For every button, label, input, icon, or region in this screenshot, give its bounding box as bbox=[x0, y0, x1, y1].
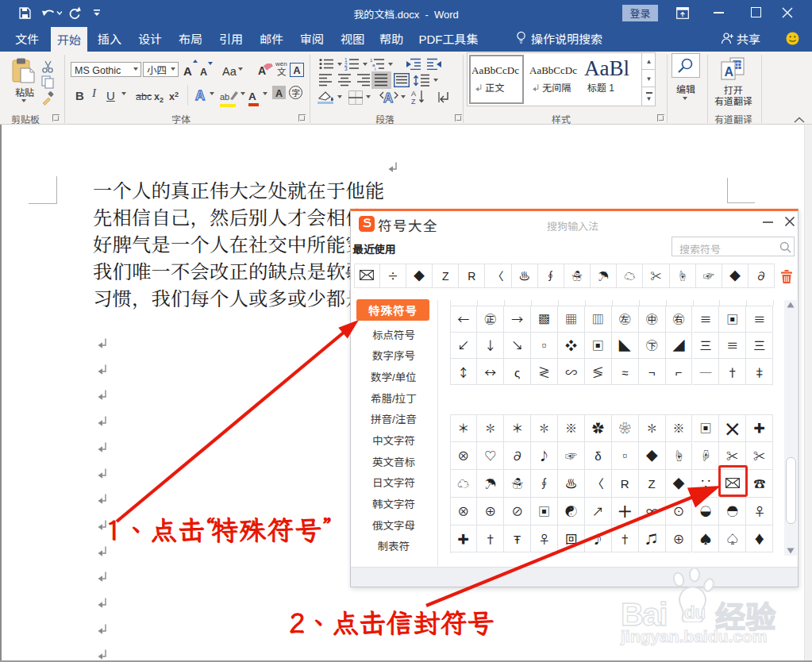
svg-text:Z: Z bbox=[411, 98, 416, 105]
svg-text:3: 3 bbox=[344, 66, 348, 71]
svg-text:A: A bbox=[383, 90, 393, 105]
svg-text:A: A bbox=[725, 65, 734, 79]
svg-text:A: A bbox=[411, 90, 416, 98]
svg-text:i: i bbox=[375, 67, 375, 71]
